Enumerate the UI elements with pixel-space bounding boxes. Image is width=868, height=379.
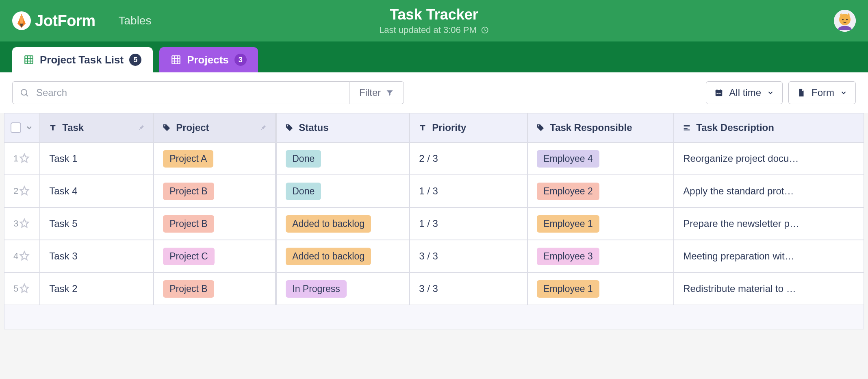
chip[interactable]: Project B (163, 215, 214, 233)
chip[interactable]: Employee 4 (537, 150, 599, 168)
column-header-description[interactable]: Task Description (674, 113, 864, 142)
row-leading-cell: 2 (4, 175, 40, 207)
chevron-down-icon[interactable] (25, 124, 33, 132)
filter-button[interactable]: Filter (349, 81, 404, 104)
column-label: Status (299, 122, 328, 133)
time-filter-button[interactable]: All time (706, 81, 783, 104)
column-header-priority[interactable]: Priority (410, 113, 527, 142)
cell-responsible[interactable]: Employee 1 (527, 207, 674, 240)
cell-project[interactable]: Project C (154, 240, 276, 272)
chip[interactable]: Project B (163, 183, 214, 200)
page-title[interactable]: Task Tracker (379, 6, 489, 23)
svg-rect-11 (717, 93, 718, 94)
row-number: 5 (13, 283, 18, 294)
column-header-task[interactable]: Task (40, 113, 154, 142)
column-header-responsible[interactable]: Task Responsible (527, 113, 674, 142)
row-number: 4 (13, 251, 18, 261)
cell-project[interactable]: Project B (154, 175, 276, 207)
cell-task[interactable]: Task 4 (40, 175, 154, 207)
chip[interactable]: Employee 3 (537, 248, 599, 265)
avatar[interactable] (834, 10, 856, 32)
text-icon (48, 123, 57, 132)
pin-icon[interactable] (259, 124, 267, 132)
column-header-status[interactable]: Status (276, 113, 410, 142)
clock-icon (481, 26, 489, 34)
row-number: 2 (13, 186, 18, 196)
cell-task[interactable]: Task 2 (40, 272, 154, 305)
chip[interactable]: Added to backlog (286, 248, 371, 265)
chip[interactable]: Employee 1 (537, 215, 599, 233)
chip[interactable]: In Progress (286, 280, 347, 298)
chip[interactable]: Added to backlog (286, 215, 371, 233)
table-footer-space (4, 305, 864, 329)
chip[interactable]: Project B (163, 280, 214, 298)
cell-project[interactable]: Project B (154, 272, 276, 305)
cell-description[interactable]: Reorganize project docu… (674, 142, 864, 175)
cell-priority[interactable]: 2 / 3 (410, 142, 527, 175)
title-block: Task Tracker Last updated at 3:06 PM (379, 6, 489, 35)
table-row[interactable]: 3Task 5Project BAdded to backlog1 / 3Emp… (4, 207, 864, 240)
time-filter-label: All time (729, 87, 761, 98)
cell-responsible[interactable]: Employee 2 (527, 175, 674, 207)
cell-responsible[interactable]: Employee 4 (527, 142, 674, 175)
search-input[interactable] (12, 81, 349, 104)
star-icon[interactable] (18, 218, 30, 230)
row-leading-cell: 5 (4, 272, 40, 305)
product-name[interactable]: Tables (119, 14, 152, 27)
star-icon[interactable] (18, 185, 30, 197)
pin-icon[interactable] (137, 124, 145, 132)
cell-priority[interactable]: 3 / 3 (410, 272, 527, 305)
table-icon (171, 54, 181, 65)
cell-status[interactable]: Done (276, 142, 410, 175)
tab-projects[interactable]: Projects 3 (159, 47, 258, 72)
calendar-icon (714, 88, 723, 97)
chip[interactable]: Done (286, 150, 321, 168)
table-row[interactable]: 5Task 2Project BIn Progress3 / 3Employee… (4, 272, 864, 305)
select-all-checkbox[interactable] (11, 122, 21, 133)
chip[interactable]: Employee 2 (537, 183, 599, 200)
tab-project-task-list[interactable]: Project Task List 5 (12, 47, 153, 72)
brand-logo[interactable]: JotForm (12, 11, 95, 30)
star-icon[interactable] (18, 250, 30, 262)
table-row[interactable]: 2Task 4Project BDone1 / 3Employee 2Apply… (4, 175, 864, 207)
column-header-project[interactable]: Project (154, 113, 276, 142)
cell-responsible[interactable]: Employee 3 (527, 240, 674, 272)
form-label: Form (812, 87, 834, 98)
cell-status[interactable]: In Progress (276, 272, 410, 305)
svg-rect-6 (25, 56, 33, 64)
cell-project[interactable]: Project B (154, 207, 276, 240)
cell-description[interactable]: Apply the standard prot… (674, 175, 864, 207)
star-icon[interactable] (18, 152, 30, 165)
cell-status[interactable]: Done (276, 175, 410, 207)
form-button[interactable]: Form (788, 81, 856, 104)
cell-status[interactable]: Added to backlog (276, 207, 410, 240)
cell-description[interactable]: Prepare the newsletter p… (674, 207, 864, 240)
toolbar: Filter All time Form (0, 72, 868, 113)
cell-priority[interactable]: 1 / 3 (410, 175, 527, 207)
star-icon[interactable] (18, 283, 30, 295)
chip[interactable]: Done (286, 183, 321, 200)
svg-point-15 (287, 125, 288, 126)
cell-task[interactable]: Task 5 (40, 207, 154, 240)
chip[interactable]: Project C (163, 248, 215, 265)
cell-responsible[interactable]: Employee 1 (527, 272, 674, 305)
cell-status[interactable]: Added to backlog (276, 240, 410, 272)
table-row[interactable]: 1Task 1Project ADone2 / 3Employee 4Reorg… (4, 142, 864, 175)
column-label: Task Responsible (550, 122, 632, 133)
cell-task[interactable]: Task 1 (40, 142, 154, 175)
funnel-icon (386, 89, 394, 97)
cell-priority[interactable]: 1 / 3 (410, 207, 527, 240)
cell-project[interactable]: Project A (154, 142, 276, 175)
svg-rect-13 (720, 93, 721, 94)
tag-icon (162, 123, 171, 132)
longtext-icon (682, 123, 691, 132)
tab-label: Project Task List (40, 54, 124, 66)
chip[interactable]: Project A (163, 150, 213, 168)
cell-priority[interactable]: 3 / 3 (410, 240, 527, 272)
table-row[interactable]: 4Task 3Project CAdded to backlog3 / 3Emp… (4, 240, 864, 272)
data-table: Task Project Status (4, 113, 864, 305)
cell-task[interactable]: Task 3 (40, 240, 154, 272)
cell-description[interactable]: Meeting preparation wit… (674, 240, 864, 272)
cell-description[interactable]: Redistribute material to … (674, 272, 864, 305)
chip[interactable]: Employee 1 (537, 280, 599, 298)
